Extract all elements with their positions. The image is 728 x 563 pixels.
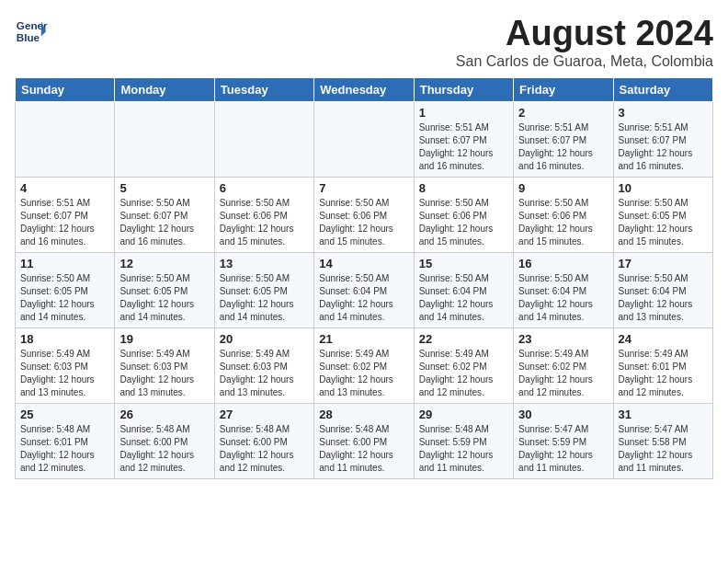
calendar-cell bbox=[16, 101, 115, 177]
calendar-cell: 9Sunrise: 5:50 AMSunset: 6:06 PMDaylight… bbox=[514, 177, 613, 252]
calendar-cell: 19Sunrise: 5:49 AMSunset: 6:03 PMDayligh… bbox=[115, 327, 214, 403]
weekday-header-friday: Friday bbox=[514, 77, 613, 101]
day-number: 5 bbox=[119, 181, 209, 195]
day-info: Sunrise: 5:48 AMSunset: 6:00 PMDaylight:… bbox=[319, 423, 408, 475]
calendar-cell: 13Sunrise: 5:50 AMSunset: 6:05 PMDayligh… bbox=[214, 252, 313, 327]
calendar-cell: 3Sunrise: 5:51 AMSunset: 6:07 PMDaylight… bbox=[613, 101, 712, 177]
calendar-cell: 18Sunrise: 5:49 AMSunset: 6:03 PMDayligh… bbox=[16, 327, 115, 403]
weekday-header-saturday: Saturday bbox=[613, 77, 712, 101]
day-info: Sunrise: 5:50 AMSunset: 6:06 PMDaylight:… bbox=[518, 197, 608, 248]
weekday-header-sunday: Sunday bbox=[16, 77, 115, 101]
day-info: Sunrise: 5:50 AMSunset: 6:04 PMDaylight:… bbox=[419, 272, 508, 324]
day-info: Sunrise: 5:50 AMSunset: 6:06 PMDaylight:… bbox=[419, 197, 508, 248]
calendar-cell: 6Sunrise: 5:50 AMSunset: 6:06 PMDaylight… bbox=[214, 177, 313, 252]
day-number: 6 bbox=[220, 181, 309, 195]
calendar-cell: 1Sunrise: 5:51 AMSunset: 6:07 PMDaylight… bbox=[414, 101, 513, 177]
day-info: Sunrise: 5:49 AMSunset: 6:03 PMDaylight:… bbox=[220, 348, 309, 399]
day-info: Sunrise: 5:47 AMSunset: 5:58 PMDaylight:… bbox=[619, 423, 708, 475]
calendar-title: August 2024 bbox=[456, 15, 713, 53]
calendar-cell: 29Sunrise: 5:48 AMSunset: 5:59 PMDayligh… bbox=[414, 403, 513, 478]
title-area: August 2024 San Carlos de Guaroa, Meta, … bbox=[456, 15, 713, 70]
calendar-cell: 15Sunrise: 5:50 AMSunset: 6:04 PMDayligh… bbox=[414, 252, 513, 327]
day-number: 13 bbox=[220, 257, 309, 270]
day-number: 24 bbox=[619, 332, 708, 346]
day-info: Sunrise: 5:48 AMSunset: 6:00 PMDaylight:… bbox=[220, 423, 309, 475]
day-info: Sunrise: 5:50 AMSunset: 6:07 PMDaylight:… bbox=[119, 197, 209, 248]
day-info: Sunrise: 5:50 AMSunset: 6:05 PMDaylight:… bbox=[119, 272, 209, 324]
day-info: Sunrise: 5:51 AMSunset: 6:07 PMDaylight:… bbox=[518, 121, 608, 173]
weekday-header-monday: Monday bbox=[115, 77, 214, 101]
day-info: Sunrise: 5:50 AMSunset: 6:05 PMDaylight:… bbox=[20, 272, 109, 324]
calendar-cell: 31Sunrise: 5:47 AMSunset: 5:58 PMDayligh… bbox=[613, 403, 712, 478]
day-info: Sunrise: 5:49 AMSunset: 6:03 PMDaylight:… bbox=[20, 348, 109, 399]
calendar-cell: 12Sunrise: 5:50 AMSunset: 6:05 PMDayligh… bbox=[115, 252, 214, 327]
calendar-cell: 27Sunrise: 5:48 AMSunset: 6:00 PMDayligh… bbox=[214, 403, 313, 478]
calendar-cell: 25Sunrise: 5:48 AMSunset: 6:01 PMDayligh… bbox=[16, 403, 115, 478]
calendar-subtitle: San Carlos de Guaroa, Meta, Colombia bbox=[456, 53, 713, 70]
day-info: Sunrise: 5:51 AMSunset: 6:07 PMDaylight:… bbox=[20, 197, 109, 248]
day-number: 26 bbox=[119, 408, 209, 421]
calendar-week-row: 25Sunrise: 5:48 AMSunset: 6:01 PMDayligh… bbox=[16, 403, 713, 478]
day-number: 16 bbox=[518, 257, 608, 270]
day-info: Sunrise: 5:51 AMSunset: 6:07 PMDaylight:… bbox=[619, 121, 708, 173]
calendar-table: SundayMondayTuesdayWednesdayThursdayFrid… bbox=[15, 77, 713, 479]
day-info: Sunrise: 5:48 AMSunset: 5:59 PMDaylight:… bbox=[419, 423, 508, 475]
day-number: 29 bbox=[419, 408, 508, 421]
calendar-cell bbox=[214, 101, 313, 177]
day-number: 23 bbox=[518, 332, 608, 346]
day-number: 20 bbox=[220, 332, 309, 346]
day-info: Sunrise: 5:49 AMSunset: 6:01 PMDaylight:… bbox=[619, 348, 708, 399]
day-info: Sunrise: 5:50 AMSunset: 6:05 PMDaylight:… bbox=[220, 272, 309, 324]
day-info: Sunrise: 5:50 AMSunset: 6:04 PMDaylight:… bbox=[518, 272, 608, 324]
day-number: 25 bbox=[20, 408, 109, 421]
calendar-cell: 30Sunrise: 5:47 AMSunset: 5:59 PMDayligh… bbox=[514, 403, 613, 478]
day-number: 28 bbox=[319, 408, 408, 421]
day-info: Sunrise: 5:51 AMSunset: 6:07 PMDaylight:… bbox=[419, 121, 508, 173]
calendar-cell: 20Sunrise: 5:49 AMSunset: 6:03 PMDayligh… bbox=[214, 327, 313, 403]
svg-text:Blue: Blue bbox=[17, 31, 40, 43]
day-number: 31 bbox=[619, 408, 708, 421]
day-info: Sunrise: 5:50 AMSunset: 6:04 PMDaylight:… bbox=[619, 272, 708, 324]
day-number: 8 bbox=[419, 181, 508, 195]
calendar-cell: 24Sunrise: 5:49 AMSunset: 6:01 PMDayligh… bbox=[613, 327, 712, 403]
weekday-header-tuesday: Tuesday bbox=[214, 77, 313, 101]
day-number: 4 bbox=[20, 181, 109, 195]
page-header: General Blue August 2024 San Carlos de G… bbox=[15, 15, 713, 70]
calendar-cell: 5Sunrise: 5:50 AMSunset: 6:07 PMDaylight… bbox=[115, 177, 214, 252]
day-number: 21 bbox=[319, 332, 408, 346]
day-number: 27 bbox=[220, 408, 309, 421]
logo-icon: General Blue bbox=[15, 15, 48, 48]
calendar-cell bbox=[115, 101, 214, 177]
calendar-cell: 4Sunrise: 5:51 AMSunset: 6:07 PMDaylight… bbox=[16, 177, 115, 252]
day-number: 15 bbox=[419, 257, 508, 270]
day-number: 22 bbox=[419, 332, 508, 346]
calendar-cell: 16Sunrise: 5:50 AMSunset: 6:04 PMDayligh… bbox=[514, 252, 613, 327]
calendar-cell: 17Sunrise: 5:50 AMSunset: 6:04 PMDayligh… bbox=[613, 252, 712, 327]
logo: General Blue bbox=[15, 15, 48, 48]
day-info: Sunrise: 5:48 AMSunset: 6:00 PMDaylight:… bbox=[119, 423, 209, 475]
day-number: 3 bbox=[619, 106, 708, 120]
weekday-header-row: SundayMondayTuesdayWednesdayThursdayFrid… bbox=[16, 77, 713, 101]
calendar-cell: 7Sunrise: 5:50 AMSunset: 6:06 PMDaylight… bbox=[314, 177, 414, 252]
day-info: Sunrise: 5:47 AMSunset: 5:59 PMDaylight:… bbox=[518, 423, 608, 475]
day-info: Sunrise: 5:50 AMSunset: 6:06 PMDaylight:… bbox=[319, 197, 408, 248]
calendar-cell: 23Sunrise: 5:49 AMSunset: 6:02 PMDayligh… bbox=[514, 327, 613, 403]
day-number: 10 bbox=[619, 181, 708, 195]
calendar-cell: 11Sunrise: 5:50 AMSunset: 6:05 PMDayligh… bbox=[16, 252, 115, 327]
calendar-week-row: 18Sunrise: 5:49 AMSunset: 6:03 PMDayligh… bbox=[16, 327, 713, 403]
day-number: 30 bbox=[518, 408, 608, 421]
calendar-cell: 14Sunrise: 5:50 AMSunset: 6:04 PMDayligh… bbox=[314, 252, 414, 327]
calendar-cell: 8Sunrise: 5:50 AMSunset: 6:06 PMDaylight… bbox=[414, 177, 513, 252]
day-info: Sunrise: 5:49 AMSunset: 6:02 PMDaylight:… bbox=[419, 348, 508, 399]
calendar-week-row: 4Sunrise: 5:51 AMSunset: 6:07 PMDaylight… bbox=[16, 177, 713, 252]
day-number: 11 bbox=[20, 257, 109, 270]
calendar-cell: 22Sunrise: 5:49 AMSunset: 6:02 PMDayligh… bbox=[414, 327, 513, 403]
calendar-week-row: 1Sunrise: 5:51 AMSunset: 6:07 PMDaylight… bbox=[16, 101, 713, 177]
day-number: 2 bbox=[518, 106, 608, 120]
weekday-header-wednesday: Wednesday bbox=[314, 77, 414, 101]
calendar-week-row: 11Sunrise: 5:50 AMSunset: 6:05 PMDayligh… bbox=[16, 252, 713, 327]
calendar-cell: 26Sunrise: 5:48 AMSunset: 6:00 PMDayligh… bbox=[115, 403, 214, 478]
day-number: 9 bbox=[518, 181, 608, 195]
day-info: Sunrise: 5:50 AMSunset: 6:04 PMDaylight:… bbox=[319, 272, 408, 324]
day-number: 14 bbox=[319, 257, 408, 270]
